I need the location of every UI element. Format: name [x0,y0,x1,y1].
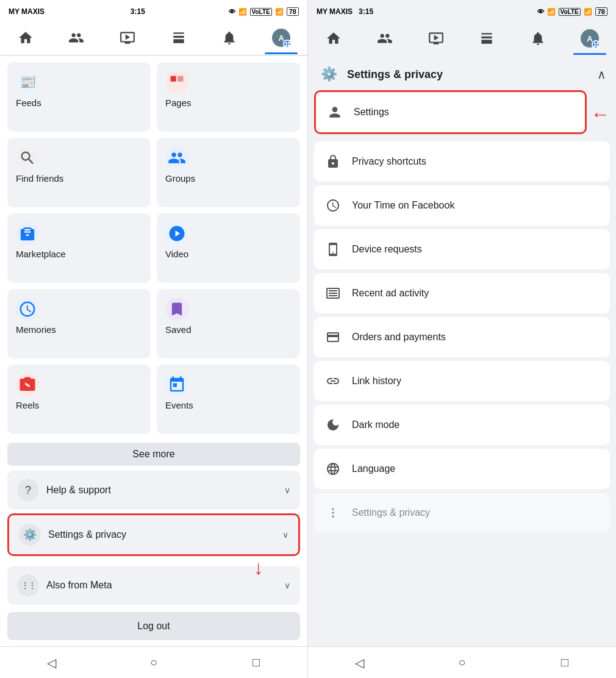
recent-button[interactable]: □ [241,653,271,673]
menu-item-feeds[interactable]: 📰 Feeds [7,62,151,132]
right-home-icon [325,30,342,47]
pages-icon [165,71,188,94]
right-nav-video[interactable] [420,27,452,49]
settings-item-more[interactable]: Settings & privacy [314,493,610,533]
video-icon [119,29,136,46]
menu-item-video[interactable]: Video [157,213,300,283]
menu-item-groups[interactable]: Groups [157,138,300,207]
nav-home[interactable] [10,27,41,49]
svg-rect-1 [177,76,183,82]
video-label: Video [165,249,292,259]
dark-mode-icon [323,415,343,435]
dark-mode-label: Dark mode [352,419,601,430]
privacy-shortcuts-label: Privacy shortcuts [352,156,601,167]
left-status-bar: MY MAXIS 3:15 👁 📶 VoLTE 📶 78 [0,0,307,21]
nav-friends[interactable] [60,27,92,49]
right-eye-icon: 👁 [537,8,544,15]
menu-item-saved[interactable]: Saved [157,289,300,359]
video-menu-icon [165,222,188,245]
home-button[interactable]: ○ [138,653,169,673]
right-nav-home[interactable] [318,27,349,49]
wifi-icon: 📶 [238,8,247,16]
left-status-icons: 👁 📶 VoLTE 📶 78 [229,7,299,16]
right-bell-icon [529,30,546,47]
groups-icon [165,146,188,170]
time-clock-icon [323,195,343,216]
nav-menu[interactable]: A [265,26,298,49]
right-arrow-annotation: ← [590,104,610,124]
right-video-icon [428,30,445,47]
events-icon [165,373,188,396]
settings-panel-chevron-up-icon: ∧ [597,67,606,82]
also-meta-label: Also from Meta [46,580,112,591]
right-carrier-time: MY MAXIS 3:15 [317,7,373,16]
help-icon: ? [17,479,39,501]
meta-chevron-icon: ∨ [284,580,290,590]
link-history-label: Link history [352,376,601,387]
memories-label: Memories [16,324,142,335]
nav-video[interactable] [112,27,143,49]
settings-panel-title: Settings & privacy [347,68,443,81]
find-friends-label: Find friends [16,173,142,184]
device-requests-label: Device requests [352,244,601,255]
settings-item-time[interactable]: Your Time on Facebook [314,185,610,226]
settings-item-wrapper: Settings ← [314,90,610,138]
right-nav-friends[interactable] [369,27,401,49]
right-status-icons: 👁 📶 VoLTE 📶 78 [537,7,607,16]
see-more-button[interactable]: See more [7,443,300,466]
nav-bell[interactable] [213,27,245,49]
right-nav-bell[interactable] [522,27,554,49]
right-recent-button[interactable]: □ [550,653,580,673]
right-nav-store[interactable] [471,27,503,49]
right-menu-dot [592,40,600,49]
settings-header-left: ⚙️ Settings & privacy [318,63,443,85]
battery-icon: 78 [287,7,299,16]
menu-item-events[interactable]: Events [157,365,300,434]
device-icon [323,239,343,260]
nav-store[interactable] [163,27,195,49]
menu-item-marketplace[interactable]: Marketplace [7,213,151,283]
pages-label: Pages [165,98,292,108]
menu-item-pages[interactable]: Pages [157,62,300,132]
menu-grid: 📰 Feeds Pages Find friends Groups Mar [0,56,307,440]
settings-item-dark-mode[interactable]: Dark mode [314,405,610,445]
settings-item-settings[interactable]: Settings [314,90,587,134]
settings-privacy-label: Settings & privacy [48,529,126,540]
right-battery-icon: 78 [595,7,607,16]
right-friends-icon [376,30,393,47]
settings-item-orders[interactable]: Orders and payments [314,317,610,357]
marketplace-icon [16,222,39,245]
menu-item-memories[interactable]: Memories [7,289,151,359]
left-carrier-time: MY MAXIS [9,7,45,16]
right-wifi-icon: 📶 [547,8,556,16]
settings-panel: ⚙️ Settings & privacy ∧ Settings ← Priva… [308,56,616,646]
saved-label: Saved [165,324,292,335]
back-button[interactable]: ◁ [36,653,66,673]
logout-button[interactable]: Log out [7,612,300,640]
settings-item-language[interactable]: Language [314,449,610,489]
settings-item-links[interactable]: Link history [314,361,610,401]
settings-chevron-icon: ∨ [282,530,288,540]
settings-panel-gear-icon: ⚙️ [318,63,340,85]
help-support-row[interactable]: ? Help & support ∨ [7,471,300,510]
right-nav-menu[interactable]: A [573,27,606,50]
your-time-label: Your Time on Facebook [352,200,601,211]
bell-icon [221,29,238,46]
left-bottom-nav: ◁ ○ □ [0,646,307,678]
left-time: 3:15 [131,7,145,16]
settings-item-privacy[interactable]: Privacy shortcuts [314,141,610,182]
menu-item-find-friends[interactable]: Find friends [7,138,151,207]
settings-item-device[interactable]: Device requests [314,229,610,269]
settings-privacy-row[interactable]: ⚙️ Settings & privacy ∨ [7,513,300,556]
left-nav-bar: A [0,21,307,56]
right-back-button[interactable]: ◁ [344,653,374,673]
right-bottom-nav: ◁ ○ □ [308,646,616,678]
memories-icon [16,298,39,321]
orders-payments-label: Orders and payments [352,332,601,343]
right-home-button[interactable]: ○ [446,653,477,673]
privacy-lock-icon [323,151,343,172]
settings-item-ad[interactable]: Recent ad activity [314,273,610,313]
help-chevron-icon: ∨ [284,485,290,495]
right-store-icon [478,30,495,47]
menu-item-reels[interactable]: Reels [7,365,151,434]
